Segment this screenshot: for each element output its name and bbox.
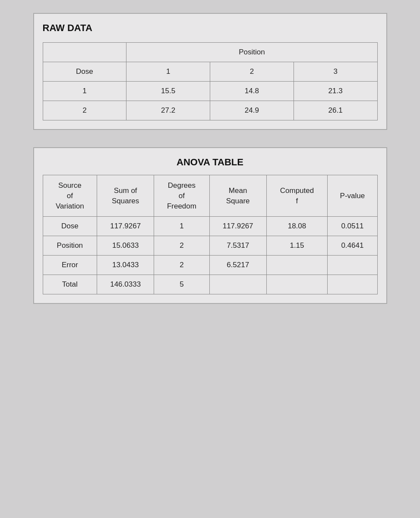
- anova-error-sumsq: 13.0433: [97, 256, 154, 275]
- raw-row-dose2: 2 27.2 24.9 26.1: [43, 101, 377, 120]
- raw-dose2-label: 2: [43, 101, 126, 120]
- anova-position-source: Position: [43, 236, 97, 256]
- anova-row-dose: Dose 117.9267 1 117.9267 18.08 0.0511: [43, 217, 377, 236]
- raw-header-dose: Dose: [43, 62, 126, 82]
- anova-total-sumsq: 146.0333: [97, 275, 154, 294]
- raw-dose1-pos1: 15.5: [126, 82, 210, 101]
- anova-row-total: Total 146.0333 5: [43, 275, 377, 294]
- anova-header-source: Source of Variation: [43, 175, 97, 217]
- anova-total-computedf: [266, 275, 328, 294]
- anova-dose-source: Dose: [43, 217, 97, 236]
- anova-position-df: 2: [154, 236, 209, 256]
- anova-error-computedf: [266, 256, 328, 275]
- anova-table: Source of Variation Sum of Squares Degre…: [43, 175, 378, 294]
- anova-row-error: Error 13.0433 2 6.5217: [43, 256, 377, 275]
- anova-header-computedf: Computed f: [266, 175, 328, 217]
- anova-header-sumsq: Sum of Squares: [97, 175, 154, 217]
- anova-header-pvalue: P-value: [328, 175, 377, 217]
- anova-header-df: Degrees of Freedom: [154, 175, 209, 217]
- raw-dose1-pos2: 14.8: [210, 82, 294, 101]
- anova-dose-sumsq: 117.9267: [97, 217, 154, 236]
- anova-error-pvalue: [328, 256, 377, 275]
- anova-dose-computedf: 18.08: [266, 217, 328, 236]
- raw-data-table: Position Dose 1 2 3 1 15.5 14.8 21.3 2 2…: [43, 42, 378, 120]
- raw-header-dose-label: [43, 43, 126, 62]
- anova-dose-meansq: 117.9267: [209, 217, 266, 236]
- anova-total-pvalue: [328, 275, 377, 294]
- anova-dose-pvalue: 0.0511: [328, 217, 377, 236]
- anova-error-meansq: 6.5217: [209, 256, 266, 275]
- raw-data-title: RAW DATA: [43, 22, 378, 34]
- anova-section: ANOVA TABLE Source of Variation Sum of S…: [33, 147, 387, 304]
- anova-dose-df: 1: [154, 217, 209, 236]
- anova-position-meansq: 7.5317: [209, 236, 266, 256]
- raw-dose2-pos1: 27.2: [126, 101, 210, 120]
- raw-dose1-label: 1: [43, 82, 126, 101]
- raw-header-pos2: 2: [210, 62, 294, 82]
- anova-header-meansq: Mean Square: [209, 175, 266, 217]
- raw-dose1-pos3: 21.3: [294, 82, 377, 101]
- raw-dose2-pos3: 26.1: [294, 101, 377, 120]
- anova-total-source: Total: [43, 275, 97, 294]
- raw-row-dose1: 1 15.5 14.8 21.3: [43, 82, 377, 101]
- anova-total-df: 5: [154, 275, 209, 294]
- anova-error-source: Error: [43, 256, 97, 275]
- anova-position-computedf: 1.15: [266, 236, 328, 256]
- anova-row-position: Position 15.0633 2 7.5317 1.15 0.4641: [43, 236, 377, 256]
- raw-data-section: RAW DATA Position Dose 1 2 3 1 15.5 14.8…: [33, 13, 387, 130]
- anova-error-df: 2: [154, 256, 209, 275]
- raw-dose2-pos2: 24.9: [210, 101, 294, 120]
- anova-total-meansq: [209, 275, 266, 294]
- anova-position-sumsq: 15.0633: [97, 236, 154, 256]
- raw-header-position: Position: [126, 43, 377, 62]
- anova-position-pvalue: 0.4641: [328, 236, 377, 256]
- raw-header-pos1: 1: [126, 62, 210, 82]
- raw-header-pos3: 3: [294, 62, 377, 82]
- anova-title: ANOVA TABLE: [43, 157, 378, 168]
